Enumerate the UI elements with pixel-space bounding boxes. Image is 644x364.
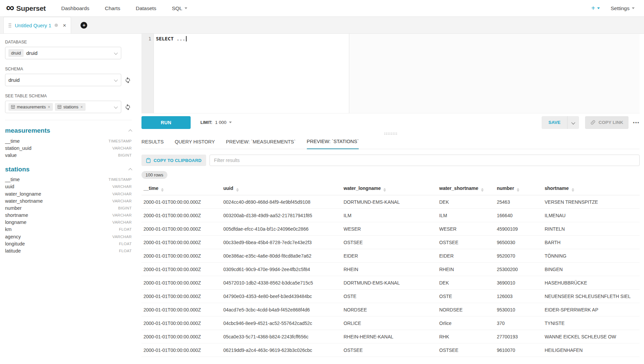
nav-item-label: SQL: [172, 5, 182, 11]
clipboard-icon: [146, 158, 151, 163]
column-name: __time: [5, 138, 20, 144]
results-tab-preview-stations[interactable]: PREVIEW: `STATIONS`: [307, 139, 359, 149]
remove-table-icon[interactable]: ×: [48, 105, 50, 109]
table-row[interactable]: 2000-01-01T00:00:00.000Z04790e03-4353-4e…: [141, 290, 640, 303]
table-pill-label: stations: [63, 104, 78, 109]
table-cell: 2000-01-01T00:00:00.000Z: [141, 343, 221, 357]
new-item-button[interactable]: +: [591, 4, 600, 12]
nav-item-sql[interactable]: SQL: [172, 5, 187, 11]
table-section-header-stations[interactable]: stations: [5, 166, 132, 173]
sort-icon[interactable]: [572, 188, 574, 192]
column-header-shortname[interactable]: shortname: [543, 183, 640, 195]
table-row[interactable]: 2000-01-01T00:00:00.000Z0024cc40-d690-46…: [141, 195, 640, 209]
splitter-dots-icon: [384, 132, 397, 135]
save-dropdown-button[interactable]: [567, 116, 579, 129]
nav-item-charts[interactable]: Charts: [105, 5, 120, 11]
table-cell: NORDSEE: [437, 303, 495, 317]
column-name: station_uuid: [5, 145, 31, 151]
results-tab-query-history[interactable]: QUERY HISTORY: [175, 139, 215, 149]
database-select[interactable]: druid druid: [5, 47, 121, 59]
schema-select[interactable]: druid: [5, 74, 121, 86]
table-row[interactable]: 2000-01-01T00:00:00.000Z00e386ac-e35c-4a…: [141, 249, 640, 263]
caret-down-icon: [229, 122, 232, 123]
refresh-icon: [125, 104, 131, 110]
drag-handle-icon[interactable]: [8, 23, 11, 28]
table-pill-stations[interactable]: stations×: [55, 103, 86, 111]
column-type: VARCHAR: [112, 146, 132, 150]
table-schema-select[interactable]: measurements×stations×: [5, 101, 121, 113]
table-cell: 9650030: [495, 236, 543, 249]
run-button[interactable]: RUN: [141, 116, 191, 129]
sort-icon[interactable]: [383, 188, 386, 192]
table-row[interactable]: 2000-01-01T00:00:00.000Z04acd7e5-3cbc-4c…: [141, 303, 640, 317]
column-header-water-shortname[interactable]: water_shortname: [437, 183, 495, 195]
table-cell: 00e386ac-e35c-4a6e-80dd-f8cd8a9e7a62: [221, 249, 342, 263]
table-cell: TÖNNING: [543, 249, 640, 263]
copy-link-label: COPY LINK: [599, 120, 623, 125]
column-name: uuid: [5, 184, 14, 189]
table-cell: 2000-01-01T00:00:00.000Z: [141, 303, 221, 317]
table-row[interactable]: 2000-01-01T00:00:00.000Z00c33ed9-6bea-45…: [141, 236, 640, 249]
table-row[interactable]: 2000-01-01T00:00:00.000Z06219dd9-a2c4-46…: [141, 343, 640, 357]
table-cell: HEILIGENHAFEN: [543, 343, 640, 357]
schema-column-row: water_longnameVARCHAR: [5, 190, 132, 197]
table-row[interactable]: 2000-01-01T00:00:00.000Z04572010-1db2-43…: [141, 276, 640, 290]
table-row[interactable]: 2000-01-01T00:00:00.000Z0309cd61-90c9-47…: [141, 263, 640, 276]
save-button[interactable]: SAVE: [542, 116, 567, 129]
database-label: DATABASE: [5, 40, 132, 44]
database-value: druid: [26, 50, 37, 56]
results-tab-results[interactable]: RESULTS: [141, 139, 164, 149]
sql-text: ...: [173, 36, 185, 41]
column-type: BIGINT: [118, 153, 132, 157]
sort-icon[interactable]: [236, 188, 239, 192]
table-cell: NEUENSEER SCHLEUSENFLETH SIEL: [543, 290, 640, 303]
table-cell: 25300200: [495, 263, 543, 276]
sql-code-editor[interactable]: 1 SELECT ...: [141, 34, 640, 113]
sort-icon[interactable]: [161, 188, 164, 192]
add-tab-button[interactable]: +: [80, 22, 87, 29]
table-row[interactable]: 2000-01-01T00:00:00.000Z005dfdae-efcc-41…: [141, 222, 640, 236]
table-row[interactable]: 2000-01-01T00:00:00.000Z003200ab-d138-49…: [141, 209, 640, 222]
remove-table-icon[interactable]: ×: [80, 105, 83, 109]
settings-menu[interactable]: Settings: [611, 5, 635, 11]
nav-item-label: Charts: [105, 5, 120, 11]
results-tab-preview-measurements[interactable]: PREVIEW: `MEASUREMENTS`: [226, 139, 296, 149]
refresh-tables-button[interactable]: [125, 104, 131, 110]
editor-code-area[interactable]: SELECT ...: [154, 34, 640, 113]
nav-item-dashboards[interactable]: Dashboards: [61, 5, 90, 11]
schema-column-row: longnameVARCHAR: [5, 219, 132, 226]
table-section-header-measurements[interactable]: measurements: [5, 127, 132, 134]
table-cell: HASEHUBBRÜCKE: [543, 276, 640, 290]
table-cell: 06219dd9-a2c4-463c-9619-623b3c026cbc: [221, 343, 342, 357]
close-tab-icon[interactable]: ×: [63, 23, 66, 28]
copy-link-button[interactable]: COPY LINK: [585, 116, 629, 129]
caret-down-icon: [185, 7, 187, 9]
refresh-schema-button[interactable]: [125, 77, 131, 83]
pane-splitter[interactable]: [141, 131, 640, 136]
nav-item-label: Datasets: [136, 5, 156, 11]
schema-column-row: station_uuidVARCHAR: [5, 144, 132, 152]
chevron-up-icon: [128, 168, 132, 172]
copy-to-clipboard-button[interactable]: COPY TO CLIPBOARD: [141, 155, 206, 166]
column-type: BIGINT: [118, 206, 132, 210]
column-header-number[interactable]: number: [495, 183, 543, 195]
sort-icon[interactable]: [481, 188, 484, 192]
sort-icon[interactable]: [517, 188, 519, 192]
table-row[interactable]: 2000-01-01T00:00:00.000Z04cbc946-8ee9-45…: [141, 317, 640, 330]
table-row[interactable]: 2000-01-01T00:00:00.000Z05ca0e33-5c71-43…: [141, 330, 640, 343]
filter-results-input[interactable]: [210, 155, 640, 166]
table-cell: 45900109: [495, 222, 543, 236]
table-cell: 27700193: [495, 330, 543, 343]
limit-dropdown[interactable]: LIMIT: 1 000: [200, 120, 232, 125]
sql-lab-sidebar: DATABASE druid druid SCHEMA druid SEE TA…: [0, 34, 138, 364]
column-header-time[interactable]: __time: [141, 183, 221, 195]
column-header-uuid[interactable]: uuid: [221, 183, 342, 195]
query-tab-active[interactable]: Untitled Query 1 ×: [3, 17, 71, 33]
nav-item-datasets[interactable]: Datasets: [136, 5, 156, 11]
more-options-icon[interactable]: •••: [633, 120, 640, 125]
table-cell: 2000-01-01T00:00:00.000Z: [141, 209, 221, 222]
column-header-water-longname[interactable]: water_longname: [342, 183, 437, 195]
column-header-label: water_longname: [344, 186, 381, 191]
table-pill-measurements[interactable]: measurements×: [8, 103, 53, 111]
table-cell: WESER: [342, 222, 437, 236]
